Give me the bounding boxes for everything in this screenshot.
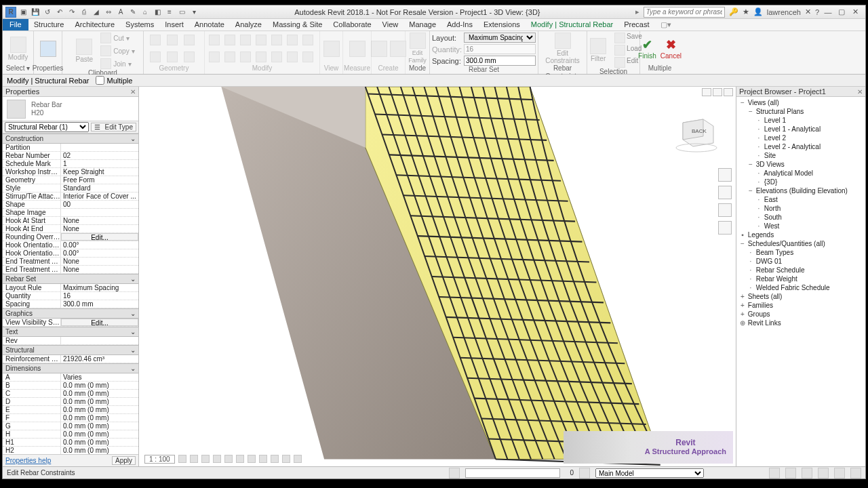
tab-file[interactable]: File bbox=[3, 19, 28, 30]
revit-logo-icon[interactable]: R bbox=[5, 7, 16, 18]
filter-status-icon[interactable] bbox=[850, 468, 861, 479]
properties-help-link[interactable]: Properties help bbox=[5, 457, 51, 464]
prop-row[interactable]: B0.0 mm (0 mm) bbox=[3, 382, 138, 390]
tree-node[interactable]: ⊕ Revit Links bbox=[738, 319, 864, 327]
save-icon[interactable]: 💾 bbox=[30, 7, 41, 18]
prop-group[interactable]: Construction⌄ bbox=[3, 134, 138, 144]
tree-node[interactable]: + Families bbox=[738, 301, 864, 310]
text-icon[interactable]: A bbox=[115, 7, 126, 18]
tree-node[interactable]: · North bbox=[738, 204, 864, 213]
modify-tool-button[interactable]: Modify bbox=[5, 37, 32, 61]
tree-node[interactable]: · {3D} bbox=[738, 178, 864, 186]
select-pinned-icon[interactable] bbox=[802, 468, 812, 479]
prop-row[interactable]: Workshop InstructionsKeep Straight bbox=[3, 168, 138, 176]
user-icon[interactable]: 👤 bbox=[753, 7, 763, 16]
exchange-icon[interactable]: ✕ bbox=[805, 7, 811, 16]
join-button[interactable]: Join bbox=[113, 60, 125, 68]
browser-close-icon[interactable]: ✕ bbox=[857, 88, 863, 96]
detail-level-icon[interactable] bbox=[178, 455, 186, 463]
tree-node[interactable]: · Rebar Weight bbox=[738, 274, 864, 283]
sel-edit-icon[interactable] bbox=[614, 57, 625, 68]
prop-row[interactable]: View Visibility StatesEdit... bbox=[3, 319, 138, 327]
section-icon[interactable]: ✎ bbox=[127, 7, 138, 18]
prop-icon[interactable] bbox=[294, 455, 302, 463]
prop-row[interactable]: F0.0 mm (0 mm) bbox=[3, 414, 138, 422]
prop-row[interactable]: E0.0 mm (0 mm) bbox=[3, 406, 138, 414]
subscription-icon[interactable]: 🔑 bbox=[729, 7, 738, 16]
crop-icon[interactable] bbox=[236, 455, 244, 463]
prop-group[interactable]: Dimensions⌄ bbox=[3, 363, 138, 373]
mod-icon-4[interactable] bbox=[256, 35, 267, 45]
prop-row[interactable]: Hook At EndNone bbox=[3, 225, 138, 233]
prop-row[interactable]: Reinforcement Volume21920.46 cm³ bbox=[3, 355, 138, 363]
prop-row[interactable]: D0.0 mm (0 mm) bbox=[3, 398, 138, 406]
star-icon[interactable]: ★ bbox=[743, 7, 749, 16]
filter-button[interactable]: Filter bbox=[585, 38, 612, 62]
tree-node[interactable]: − Structural Plans bbox=[738, 107, 864, 116]
tree-node[interactable]: + Sheets (all) bbox=[738, 292, 864, 301]
undo-icon[interactable]: ↶ bbox=[54, 7, 65, 18]
tree-node[interactable]: · DWG 01 bbox=[738, 257, 864, 266]
view-cube[interactable]: BACK bbox=[669, 113, 724, 153]
maximize-button[interactable]: ▢ bbox=[837, 7, 846, 16]
mod-icon-14[interactable] bbox=[302, 52, 313, 62]
properties-close-icon[interactable]: ✕ bbox=[130, 88, 136, 96]
worksets-icon[interactable] bbox=[449, 468, 460, 479]
spacing-input[interactable] bbox=[464, 56, 536, 66]
geom-icon-3[interactable] bbox=[184, 35, 195, 45]
geom-icon-4[interactable] bbox=[150, 52, 161, 62]
measure-icon[interactable]: ◢ bbox=[91, 7, 102, 18]
tree-node[interactable]: · South bbox=[738, 213, 864, 222]
sel-save-button[interactable]: Save bbox=[627, 33, 642, 43]
select-face-icon[interactable] bbox=[818, 468, 829, 479]
worksets-input[interactable] bbox=[465, 468, 560, 478]
tree-node[interactable]: · East bbox=[738, 195, 864, 204]
edit-constraints-button[interactable]: Edit Constraints bbox=[549, 33, 576, 64]
geom-icon-6[interactable] bbox=[184, 52, 195, 62]
user-name[interactable]: lawrenceh bbox=[767, 8, 801, 16]
mod-icon-9[interactable] bbox=[224, 52, 235, 62]
prop-row[interactable]: Rev bbox=[3, 337, 138, 345]
select-underlay-icon[interactable] bbox=[785, 468, 796, 479]
edit-family-button[interactable]: EditFamily bbox=[404, 33, 431, 64]
tab-collaborate[interactable]: Collaborate bbox=[328, 19, 376, 30]
multiple-checkbox[interactable] bbox=[96, 76, 104, 85]
tree-node[interactable]: · Rebar Schedule bbox=[738, 266, 864, 274]
layout-select[interactable]: Maximum Spacing bbox=[464, 33, 536, 43]
prop-row[interactable]: StyleStandard bbox=[3, 184, 138, 192]
mod-icon-7[interactable] bbox=[302, 35, 313, 45]
select-links-icon[interactable] bbox=[769, 468, 780, 479]
tree-node[interactable]: · Level 2 - Analytical bbox=[738, 142, 864, 151]
prop-row[interactable]: Quantity16 bbox=[3, 292, 138, 300]
prop-row[interactable]: Hook At StartNone bbox=[3, 217, 138, 225]
prop-row[interactable]: End Treatment At EndNone bbox=[3, 266, 138, 274]
help-icon[interactable]: ? bbox=[815, 8, 819, 16]
geom-icon-2[interactable] bbox=[167, 35, 178, 45]
cut-icon[interactable] bbox=[100, 33, 111, 43]
tab-structure[interactable]: Structure bbox=[28, 19, 70, 30]
prop-row[interactable]: Hook Orientation At ...0.00° bbox=[3, 241, 138, 249]
prop-row[interactable]: Shape00 bbox=[3, 201, 138, 209]
tree-node[interactable]: ▪ Legends bbox=[738, 230, 864, 239]
viewport-3d[interactable]: BACK RevitA Structured Approach 1 : 100 bbox=[139, 87, 736, 466]
shadow-icon[interactable] bbox=[213, 455, 221, 463]
prop-group[interactable]: Structural⌄ bbox=[3, 345, 138, 355]
mod-icon-2[interactable] bbox=[224, 35, 235, 45]
hide-icon[interactable] bbox=[271, 455, 279, 463]
orbit-icon[interactable] bbox=[718, 221, 732, 235]
mod-icon-8[interactable] bbox=[209, 52, 220, 62]
scale-select[interactable]: 1 : 100 bbox=[144, 455, 175, 464]
copy-button[interactable]: Copy bbox=[113, 47, 129, 55]
print-icon[interactable]: ⎙ bbox=[79, 7, 90, 18]
mod-icon-12[interactable] bbox=[271, 52, 282, 62]
unlock-icon[interactable] bbox=[259, 455, 267, 463]
tab-systems[interactable]: Systems bbox=[120, 19, 159, 30]
quantity-input[interactable] bbox=[464, 44, 536, 54]
mod-icon-5[interactable] bbox=[271, 35, 282, 45]
geom-icon-5[interactable] bbox=[167, 52, 178, 62]
tab-insert[interactable]: Insert bbox=[159, 19, 189, 30]
prop-row[interactable]: AVaries bbox=[3, 373, 138, 382]
design-options-icon[interactable] bbox=[579, 468, 590, 479]
prop-row[interactable]: End Treatment At StartNone bbox=[3, 258, 138, 266]
prop-row[interactable]: Shape Image bbox=[3, 209, 138, 217]
